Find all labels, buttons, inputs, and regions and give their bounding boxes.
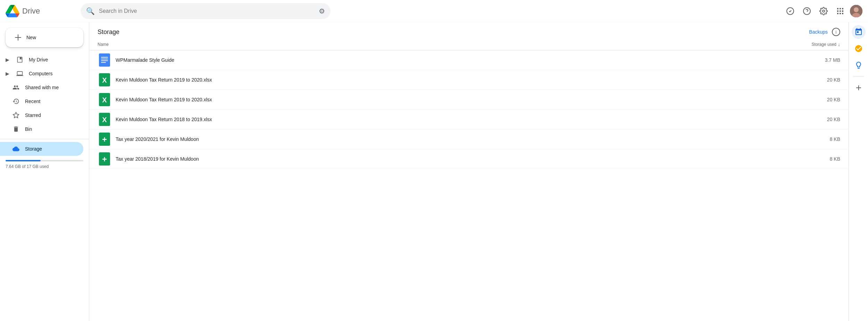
- file-row[interactable]: X Kevin Muldoon Tax Return 2019 to 2020.…: [89, 90, 849, 110]
- svg-rect-12: [842, 13, 843, 14]
- search-bar[interactable]: 🔍 ⚙: [81, 3, 331, 19]
- apps-button[interactable]: [833, 4, 847, 18]
- gear-icon: [819, 7, 828, 15]
- excel-icon: X: [99, 93, 110, 106]
- svg-rect-8: [840, 10, 841, 12]
- sidebar-item-bin-label: Bin: [25, 126, 32, 132]
- column-name-header: Name: [98, 42, 799, 47]
- divider: [853, 76, 864, 77]
- file-name-2: Kevin Muldoon Tax Return 2019 to 2020.xl…: [116, 77, 799, 83]
- sheets-icon: +: [99, 152, 110, 166]
- svg-text:+: +: [102, 135, 107, 144]
- svg-rect-11: [840, 13, 841, 14]
- svg-rect-18: [101, 57, 108, 58]
- file-size-1: 3.7 MB: [799, 57, 840, 63]
- logo-text: Drive: [22, 7, 40, 16]
- table-header: Name Storage used ↓: [89, 39, 849, 50]
- help-button[interactable]: [800, 4, 814, 18]
- svg-point-14: [854, 7, 859, 12]
- search-icon: 🔍: [86, 7, 95, 15]
- sidebar-item-recent[interactable]: Recent: [0, 94, 83, 108]
- file-row[interactable]: X Kevin Muldoon Tax Return 2019 to 2020.…: [89, 70, 849, 90]
- storage-bar-background: [6, 160, 83, 161]
- svg-rect-20: [101, 60, 108, 61]
- sidebar-item-storage[interactable]: Storage: [0, 142, 83, 156]
- logo-area: Drive: [6, 4, 75, 18]
- drive-logo-icon: [6, 4, 19, 18]
- calendar-panel-button[interactable]: [852, 25, 866, 39]
- body: New ▶ My Drive ▶ Computers Shared with m…: [0, 22, 868, 321]
- svg-rect-5: [840, 8, 841, 9]
- storage-bar-fill: [6, 160, 41, 161]
- sidebar-item-my-drive-label: My Drive: [29, 57, 48, 62]
- excel-icon: X: [99, 113, 110, 126]
- file-name-5: Tax year 2020/2021 for Kevin Muldoon: [116, 136, 799, 142]
- svg-rect-4: [837, 8, 838, 9]
- cloud-icon: [12, 145, 19, 152]
- tasks-icon: [854, 44, 863, 53]
- file-name-6: Tax year 2018/2019 for Kevin Muldoon: [116, 156, 799, 162]
- sidebar-item-my-drive[interactable]: ▶ My Drive: [0, 53, 83, 67]
- filter-icon[interactable]: ⚙: [319, 7, 325, 15]
- sidebar-item-shared-label: Shared with me: [25, 85, 59, 90]
- info-icon[interactable]: i: [832, 28, 840, 36]
- file-icon-wrap-1: [98, 53, 111, 67]
- sheets-icon: +: [99, 133, 110, 146]
- calendar-icon: [854, 28, 863, 36]
- svg-rect-9: [842, 10, 843, 12]
- svg-rect-17: [99, 53, 110, 67]
- file-icon-wrap-2: X: [98, 73, 111, 87]
- new-button[interactable]: New: [6, 28, 83, 47]
- backups-link[interactable]: Backups: [809, 29, 828, 35]
- svg-text:X: X: [102, 116, 107, 124]
- svg-rect-19: [101, 59, 108, 59]
- plus-icon: [14, 33, 22, 42]
- user-avatar[interactable]: [850, 5, 862, 17]
- file-row[interactable]: + Tax year 2018/2019 for Kevin Muldoon 8…: [89, 149, 849, 169]
- sidebar-item-shared-with-me[interactable]: Shared with me: [0, 81, 83, 94]
- svg-rect-10: [837, 13, 838, 14]
- expand-arrow-my-drive: ▶: [6, 57, 9, 62]
- file-name-1: WPMarmalade Style Guide: [116, 57, 799, 63]
- header-actions: [783, 4, 862, 18]
- svg-rect-21: [101, 62, 106, 63]
- sidebar-item-computers[interactable]: ▶ Computers: [0, 67, 83, 81]
- file-list: WPMarmalade Style Guide 3.7 MB X Kevin M…: [89, 50, 849, 321]
- file-row[interactable]: + Tax year 2020/2021 for Kevin Muldoon 8…: [89, 129, 849, 149]
- file-row[interactable]: WPMarmalade Style Guide 3.7 MB: [89, 50, 849, 70]
- tasks-panel-button[interactable]: [852, 42, 866, 56]
- svg-rect-7: [837, 10, 838, 12]
- sort-arrow-icon: ↓: [838, 42, 840, 47]
- keep-panel-button[interactable]: [852, 58, 866, 72]
- svg-marker-16: [13, 112, 19, 118]
- svg-point-3: [823, 10, 825, 12]
- sidebar-item-bin[interactable]: Bin: [0, 122, 83, 136]
- file-icon-wrap-4: X: [98, 112, 111, 126]
- computers-icon: [16, 70, 23, 77]
- sidebar-item-storage-label: Storage: [25, 146, 42, 152]
- shared-icon: [12, 84, 19, 91]
- file-row[interactable]: X Kevin Muldoon Tax Return 2018 to 2019.…: [89, 110, 849, 129]
- add-panel-button[interactable]: [852, 81, 866, 95]
- file-icon-wrap-6: +: [98, 152, 111, 166]
- star-icon: [12, 112, 19, 119]
- svg-text:X: X: [102, 96, 107, 104]
- file-size-6: 8 KB: [799, 156, 840, 162]
- right-panel: [849, 22, 868, 321]
- search-input[interactable]: [99, 8, 315, 14]
- file-size-5: 8 KB: [799, 136, 840, 142]
- sidebar-item-starred[interactable]: Starred: [0, 108, 83, 122]
- column-storage-header[interactable]: Storage used ↓: [799, 42, 840, 47]
- file-name-4: Kevin Muldoon Tax Return 2018 to 2019.xl…: [116, 117, 799, 122]
- apps-grid-icon: [836, 7, 844, 15]
- svg-rect-6: [842, 8, 843, 9]
- page-title: Storage: [98, 28, 119, 36]
- add-icon: [854, 84, 863, 92]
- expand-arrow-computers: ▶: [6, 71, 9, 76]
- main-content: Storage Backups i Name Storage used ↓: [89, 22, 849, 321]
- header: Drive 🔍 ⚙: [0, 0, 868, 22]
- google-doc-icon: [99, 53, 110, 67]
- settings-button[interactable]: [817, 4, 831, 18]
- file-name-3: Kevin Muldoon Tax Return 2019 to 2020.xl…: [116, 97, 799, 102]
- check-circle-button[interactable]: [783, 4, 797, 18]
